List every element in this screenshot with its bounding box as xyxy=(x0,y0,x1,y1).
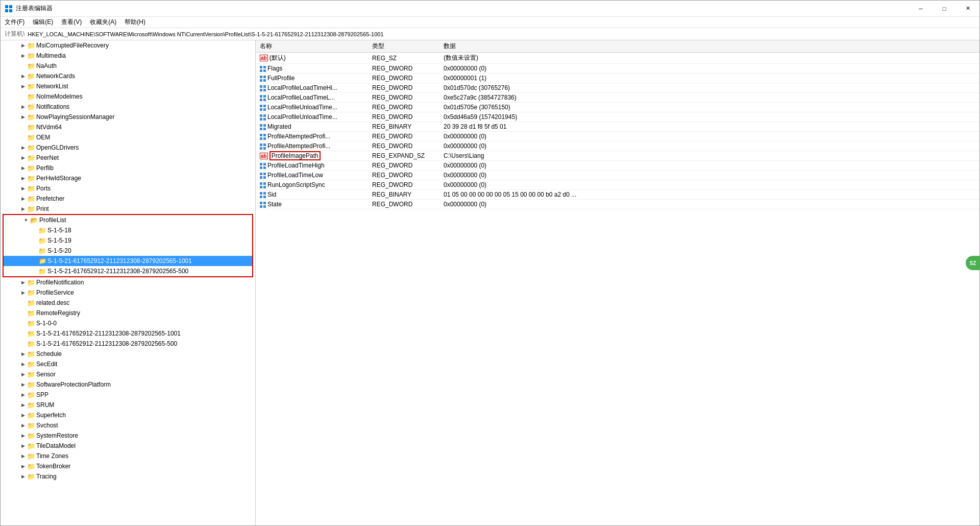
tree-item-remoteregistry[interactable]: 📁 RemoteRegistry xyxy=(1,308,255,318)
tree-item-spp[interactable]: ▶ 📁 SPP xyxy=(1,390,255,400)
maximize-button[interactable]: □ xyxy=(933,1,956,17)
table-row[interactable]: abProfileImagePathREG_EXPAND_SZC:\Users\… xyxy=(256,151,979,161)
tree-item-softwareprotection[interactable]: ▶ 📁 SoftwareProtectionPlatform xyxy=(1,379,255,390)
tree-item-sensor[interactable]: ▶ 📁 Sensor xyxy=(1,369,255,379)
expand-icon[interactable]: ▶ xyxy=(19,184,27,193)
tree-item-prefetcher[interactable]: ▶ 📁 Prefetcher xyxy=(1,194,255,204)
expand-icon[interactable]: ▶ xyxy=(19,421,27,429)
tree-item-notifications[interactable]: ▶ 📁 Notifications xyxy=(1,102,255,112)
tree-item-s152110011500[interactable]: 📁 S-1-5-21-617652912-2112312308-28792025… xyxy=(4,266,252,276)
tree-item-schedule[interactable]: ▶ 📁 Schedule xyxy=(1,349,255,359)
tree-item-s15211001flat[interactable]: 📁 S-1-5-21-617652912-2112312308-28792025… xyxy=(1,328,255,339)
expand-icon[interactable]: ▶ xyxy=(19,401,27,409)
expand-icon[interactable]: ▶ xyxy=(19,144,27,152)
tree-item-multimedia[interactable]: ▶ 📁 Multimedia xyxy=(1,51,255,61)
tree-item-s152110011001[interactable]: 📁 S-1-5-21-617652912-2112312308-28792025… xyxy=(4,256,252,266)
table-row[interactable]: LocalProfileLoadTimeHi...REG_DWORD0x01d5… xyxy=(256,83,979,93)
tree-item-tokenbroker[interactable]: ▶ 📁 TokenBroker xyxy=(1,461,255,471)
expand-icon[interactable]: ▶ xyxy=(19,289,27,297)
expand-icon[interactable]: ▶ xyxy=(19,452,27,460)
close-button[interactable]: ✕ xyxy=(956,1,979,17)
tree-item-s1519[interactable]: 📁 S-1-5-19 xyxy=(4,235,252,246)
table-row[interactable]: ProfileLoadTimeHighREG_DWORD0x00000000 (… xyxy=(256,161,979,171)
expand-icon[interactable]: ▶ xyxy=(19,442,27,450)
expand-icon[interactable]: ▶ xyxy=(19,195,27,203)
table-row[interactable]: ProfileLoadTimeLowREG_DWORD0x00000000 (0… xyxy=(256,171,979,180)
tree-item-peernet[interactable]: ▶ 📁 PeerNet xyxy=(1,153,255,163)
tree-item-s1521500flat[interactable]: 📁 S-1-5-21-617652912-2112312308-28792025… xyxy=(1,339,255,349)
menu-help[interactable]: 帮助(H) xyxy=(120,17,150,28)
tree-item-timezones[interactable]: ▶ 📁 Time Zones xyxy=(1,451,255,461)
expand-icon[interactable]: ▶ xyxy=(19,41,27,50)
table-row[interactable]: SidREG_BINARY01 05 00 00 00 00 00 05 15 … xyxy=(256,190,979,200)
table-row[interactable]: ProfileAttemptedProfi...REG_DWORD0x00000… xyxy=(256,132,979,141)
expand-icon[interactable]: ▶ xyxy=(19,472,27,481)
expand-icon[interactable]: ▶ xyxy=(19,205,27,213)
tree-item-tiledatamodel[interactable]: ▶ 📁 TileDataModel xyxy=(1,441,255,451)
tree-item-secedit[interactable]: ▶ 📁 SecEdit xyxy=(1,359,255,369)
expand-icon[interactable]: ▶ xyxy=(19,391,27,399)
menu-file[interactable]: 文件(F) xyxy=(1,17,29,28)
tree-item-s1518[interactable]: 📁 S-1-5-18 xyxy=(4,225,252,235)
expand-icon[interactable]: ▶ xyxy=(19,370,27,378)
expand-icon[interactable]: ▶ xyxy=(19,360,27,368)
expand-icon[interactable]: ▼ xyxy=(22,216,30,224)
table-row[interactable]: FullProfileREG_DWORD0x00000001 (1) xyxy=(256,74,979,83)
table-row[interactable]: ProfileAttemptedProfi...REG_DWORD0x00000… xyxy=(256,141,979,151)
tree-item-print[interactable]: ▶ 📁 Print xyxy=(1,204,255,214)
table-row[interactable]: RunLogonScriptSyncREG_DWORD0x00000000 (0… xyxy=(256,180,979,190)
tree-item-ntvdm64[interactable]: 📁 NtVdm64 xyxy=(1,122,255,132)
col-name[interactable]: 名称 xyxy=(256,40,368,53)
table-row[interactable]: LocalProfileUnloadTime...REG_DWORD0x01d5… xyxy=(256,103,979,112)
tree-item-ports[interactable]: ▶ 📁 Ports xyxy=(1,183,255,194)
expand-icon[interactable]: ▶ xyxy=(19,52,27,60)
tree-item-related-desc[interactable]: 📁 related.desc xyxy=(1,298,255,308)
tree-item-superfetch[interactable]: ▶ 📁 Superfetch xyxy=(1,410,255,420)
address-path[interactable]: HKEY_LOCAL_MACHINE\SOFTWARE\Microsoft\Wi… xyxy=(28,31,383,37)
expand-icon[interactable]: ▶ xyxy=(19,154,27,162)
tree-item-networklist[interactable]: ▶ 📁 NetworkList xyxy=(1,81,255,91)
expand-icon[interactable]: ▶ xyxy=(19,432,27,440)
menu-edit[interactable]: 编辑(E) xyxy=(29,17,57,28)
tree-item-profileservice[interactable]: ▶ 📁 ProfileService xyxy=(1,288,255,298)
tree-item-s100[interactable]: 📁 S-1-0-0 xyxy=(1,318,255,328)
table-row[interactable]: MigratedREG_BINARY20 39 28 d1 f8 5f d5 0… xyxy=(256,122,979,132)
tree-item-naauth[interactable]: 📁 NaAuth xyxy=(1,61,255,71)
expand-icon[interactable]: ▶ xyxy=(19,174,27,182)
expand-icon[interactable]: ▶ xyxy=(19,164,27,172)
tree-item-srum[interactable]: ▶ 📁 SRUM xyxy=(1,400,255,410)
expand-icon[interactable]: ▶ xyxy=(19,103,27,111)
expand-icon[interactable]: ▶ xyxy=(19,350,27,358)
table-row[interactable]: LocalProfileLoadTimeL...REG_DWORD0xe5c27… xyxy=(256,93,979,103)
tree-item-perhwidstorage[interactable]: ▶ 📁 PerHwIdStorage xyxy=(1,173,255,183)
expand-icon[interactable]: ▶ xyxy=(19,113,27,121)
table-row[interactable]: LocalProfileUnloadTime...REG_DWORD0x5dd4… xyxy=(256,112,979,122)
tree-item-noimemodelmes[interactable]: 📁 NoImeModelmes xyxy=(1,91,255,102)
minimize-button[interactable]: ─ xyxy=(909,1,933,17)
expand-icon[interactable]: ▶ xyxy=(19,82,27,90)
table-row[interactable]: StateREG_DWORD0x00000000 (0) xyxy=(256,200,979,209)
tree-item-nowplaying[interactable]: ▶ 📁 NowPlayingSessionManager xyxy=(1,112,255,122)
tree-item-systemrestore[interactable]: ▶ 📁 SystemRestore xyxy=(1,431,255,441)
tree-item-profilenotification[interactable]: ▶ 📁 ProfileNotification xyxy=(1,277,255,288)
expand-icon[interactable]: ▶ xyxy=(19,72,27,80)
col-type[interactable]: 类型 xyxy=(368,40,439,53)
table-row[interactable]: ab(默认)REG_SZ(数值未设置) xyxy=(256,53,979,64)
col-data[interactable]: 数据 xyxy=(439,40,979,53)
tree-item-perflib[interactable]: ▶ 📁 Perflib xyxy=(1,163,255,173)
tree-item-svchost[interactable]: ▶ 📁 Svchost xyxy=(1,420,255,431)
expand-icon[interactable]: ▶ xyxy=(19,380,27,389)
tree-item-oem[interactable]: 📁 OEM xyxy=(1,132,255,142)
menu-favorites[interactable]: 收藏夹(A) xyxy=(86,17,120,28)
table-row[interactable]: FlagsREG_DWORD0x00000000 (0) xyxy=(256,64,979,74)
expand-icon[interactable]: ▶ xyxy=(19,462,27,470)
tree-item-profilelist[interactable]: ▼ 📂 ProfileList xyxy=(4,215,252,225)
tree-item-s1520[interactable]: 📁 S-1-5-20 xyxy=(4,246,252,256)
menu-view[interactable]: 查看(V) xyxy=(57,17,86,28)
expand-icon[interactable]: ▶ xyxy=(19,278,27,286)
expand-icon[interactable]: ▶ xyxy=(19,411,27,419)
tree-item-opengldrivers[interactable]: ▶ 📁 OpenGLDrivers xyxy=(1,142,255,153)
tree-item-msicorrupted[interactable]: ▶ 📁 MsiCorruptedFileRecovery xyxy=(1,40,255,51)
tree-item-networkcards[interactable]: ▶ 📁 NetworkCards xyxy=(1,71,255,81)
tree-item-tracing[interactable]: ▶ 📁 Tracing xyxy=(1,471,255,482)
